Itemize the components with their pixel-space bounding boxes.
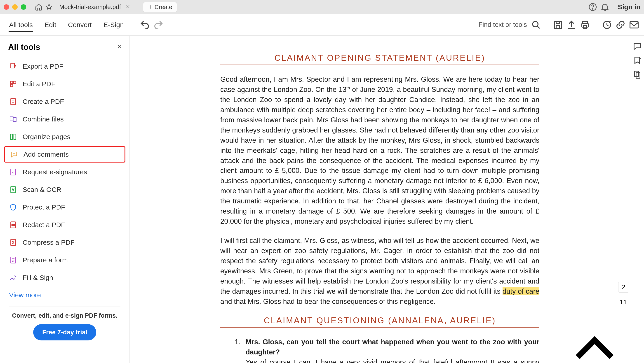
print-icon[interactable] <box>580 19 590 30</box>
sidebar-item-compress-pdf[interactable]: Compress a PDF <box>2 234 127 251</box>
sidebar-item-fill-sign[interactable]: Fill & Sign <box>2 270 127 286</box>
sidebar-item-label: Add comments <box>24 151 69 158</box>
svg-rect-12 <box>11 99 16 105</box>
svg-rect-9 <box>10 81 13 84</box>
email-icon[interactable] <box>629 19 640 30</box>
close-window-icon[interactable] <box>4 4 9 10</box>
sidebar-item-redact-pdf[interactable]: Redact a PDF <box>2 217 127 233</box>
document-viewport[interactable]: CLAIMANT OPENING STATEMENT (AURELIE) Goo… <box>130 36 630 363</box>
combine-icon <box>9 115 17 123</box>
menu-convert[interactable]: Convert <box>64 18 96 32</box>
svg-rect-13 <box>10 117 13 121</box>
heading-claimant-questioning: CLAIMANT QUESTIONING (ANNALENA, AURELIE) <box>220 316 540 328</box>
highlighted-text: duty of care <box>502 287 540 295</box>
sidebar-item-label: Protect a PDF <box>22 203 65 211</box>
sidebar-item-label: Combine files <box>22 115 64 123</box>
upload-icon[interactable] <box>566 19 577 30</box>
sidebar-item-scan-ocr[interactable]: Scan & OCR <box>2 181 127 198</box>
close-sidebar-icon[interactable] <box>117 43 123 51</box>
find-label: Find text or tools <box>478 21 527 28</box>
sidebar-item-prepare-form[interactable]: Prepare a form <box>2 252 127 268</box>
svg-rect-14 <box>13 118 16 122</box>
sidebar-item-label: Create a PDF <box>22 98 64 105</box>
bell-icon[interactable] <box>600 2 610 12</box>
sidebar-item-label: Redact a PDF <box>22 221 65 229</box>
heading-claimant-opening: CLAIMANT OPENING STATEMENT (AURELIE) <box>220 53 540 65</box>
sidebar-item-request-signatures[interactable]: Request e-signatures <box>2 164 127 180</box>
main-toolbar: All tools Edit Convert E-Sign Find text … <box>0 14 644 36</box>
total-pages: 11 <box>620 299 627 306</box>
right-rail <box>630 36 644 363</box>
promo-text: Convert, edit, and e-sign PDF forms. <box>2 312 127 324</box>
search-icon[interactable] <box>530 19 542 30</box>
create-pdf-icon <box>9 97 17 106</box>
comment-icon <box>10 150 18 158</box>
close-tab-icon[interactable] <box>124 3 131 11</box>
star-icon[interactable] <box>45 3 53 11</box>
maximize-window-icon[interactable] <box>21 4 26 10</box>
help-icon[interactable] <box>588 2 598 12</box>
view-more-link[interactable]: View more <box>2 286 127 301</box>
svg-point-2 <box>532 21 538 27</box>
svg-point-1 <box>592 8 593 9</box>
document-tab[interactable]: Mock-trial-example.pdf <box>56 0 135 14</box>
bookmarks-panel-icon[interactable] <box>632 55 642 65</box>
page-nav-controls: 1:1 <box>561 315 629 363</box>
menu-all-tools[interactable]: All tools <box>4 18 37 32</box>
sidebar-item-protect-pdf[interactable]: Protect a PDF <box>2 199 127 215</box>
export-icon <box>9 62 17 70</box>
current-page-indicator[interactable]: 2 <box>618 282 629 293</box>
fill-sign-icon <box>9 274 17 282</box>
svg-rect-7 <box>630 22 638 28</box>
link-icon[interactable] <box>615 19 626 30</box>
protect-icon <box>9 203 17 211</box>
save-icon[interactable] <box>552 19 563 30</box>
comments-panel-icon[interactable] <box>632 41 642 51</box>
menu-esign[interactable]: E-Sign <box>99 18 128 32</box>
sidebar-item-label: Edit a PDF <box>22 80 55 88</box>
redact-icon <box>9 221 17 229</box>
separator <box>596 19 596 30</box>
sidebar-item-label: Request e-signatures <box>22 168 87 176</box>
sidebar-item-label: Organize pages <box>22 133 70 141</box>
sidebar-item-label: Compress a PDF <box>22 239 74 246</box>
redo-icon[interactable] <box>153 19 164 30</box>
form-icon <box>9 256 17 264</box>
sidebar-item-add-comments[interactable]: Add comments <box>4 146 126 163</box>
create-label: Create <box>154 3 172 10</box>
ai-assistant-icon[interactable] <box>602 19 612 30</box>
organize-icon <box>9 133 17 141</box>
sidebar-title: All tools <box>8 42 40 52</box>
tab-title: Mock-trial-example.pdf <box>59 3 121 10</box>
scan-icon <box>9 186 17 194</box>
home-icon[interactable] <box>35 3 42 11</box>
sign-in-button[interactable]: Sign in <box>618 3 640 11</box>
separator <box>9 307 120 307</box>
paragraph: I will first call the claimant, Mrs. Glo… <box>220 236 540 307</box>
compress-icon <box>9 238 17 247</box>
menu-edit[interactable]: Edit <box>40 18 61 32</box>
separator <box>134 19 134 30</box>
pdf-page: CLAIMANT OPENING STATEMENT (AURELIE) Goo… <box>220 36 540 363</box>
thumbnails-panel-icon[interactable] <box>632 69 642 79</box>
undo-icon[interactable] <box>140 19 150 30</box>
sidebar-item-organize-pages[interactable]: Organize pages <box>2 129 127 145</box>
sidebar-item-combine-files[interactable]: Combine files <box>2 111 127 127</box>
list-item: Mrs. Gloss, can you tell the court what … <box>242 337 540 363</box>
sidebar-item-label: Prepare a form <box>22 256 68 264</box>
free-trial-button[interactable]: Free 7-day trial <box>33 324 96 341</box>
create-button[interactable]: Create <box>143 2 177 12</box>
svg-rect-17 <box>11 169 16 175</box>
titlebar: Mock-trial-example.pdf Create Sign in <box>0 0 644 14</box>
sidebar-item-label: Export a PDF <box>22 62 63 70</box>
svg-rect-20 <box>12 224 14 226</box>
page-up-icon[interactable] <box>561 315 629 363</box>
all-tools-sidebar: All tools Export a PDF Edit a PDF Create… <box>0 36 130 363</box>
sidebar-item-create-pdf[interactable]: Create a PDF <box>2 93 127 110</box>
svg-rect-16 <box>14 134 16 139</box>
edit-icon <box>9 80 17 88</box>
sidebar-item-export-pdf[interactable]: Export a PDF <box>2 58 127 74</box>
minimize-window-icon[interactable] <box>12 4 18 10</box>
sidebar-item-edit-pdf[interactable]: Edit a PDF <box>2 76 127 92</box>
svg-rect-15 <box>10 134 12 139</box>
